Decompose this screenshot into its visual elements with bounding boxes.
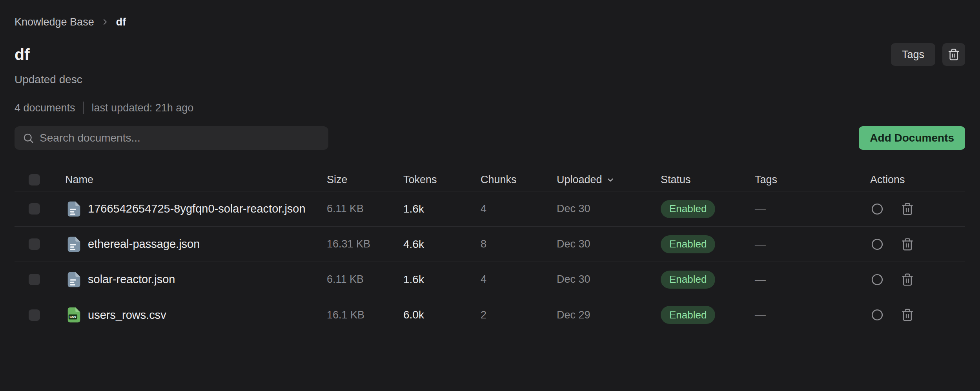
document-size: 16.31 KB xyxy=(327,238,403,250)
document-uploaded: Dec 30 xyxy=(557,238,661,250)
document-uploaded: Dec 29 xyxy=(557,309,661,321)
document-tokens: 1.6k xyxy=(403,203,481,215)
tags-button[interactable]: Tags xyxy=(891,43,935,66)
document-tokens: 4.6k xyxy=(403,238,481,251)
document-tags: — xyxy=(755,309,870,321)
delete-knowledge-base-button[interactable] xyxy=(942,43,965,66)
column-header-size: Size xyxy=(327,174,403,186)
csv-file-icon: csv xyxy=(65,306,83,324)
table-row: csv ethereal-passage.json 16.31 KB 4.6k … xyxy=(15,227,965,262)
table-body: csv 1766542654725-8ygfqn0-solar-reactor.… xyxy=(15,191,965,333)
table-header: Name Size Tokens Chunks Uploaded Status … xyxy=(15,169,965,191)
json-file-icon xyxy=(65,200,83,218)
row-checkbox[interactable] xyxy=(29,309,40,321)
status-badge[interactable]: Enabled xyxy=(661,200,715,218)
title-actions: Tags xyxy=(891,43,965,66)
document-size: 6.11 KB xyxy=(327,203,403,215)
toggle-status-circle-icon[interactable] xyxy=(870,202,884,216)
breadcrumb-knowledge-base-link[interactable]: Knowledge Base xyxy=(15,16,94,28)
header-checkbox-cell xyxy=(15,174,65,185)
document-chunks: 4 xyxy=(481,273,557,286)
toggle-status-circle-icon[interactable] xyxy=(870,308,884,322)
status-badge[interactable]: Enabled xyxy=(661,271,715,289)
column-header-actions: Actions xyxy=(870,174,965,186)
column-header-tokens: Tokens xyxy=(403,174,481,186)
table-row: csv users_rows.csv 16.1 KB 6.0k 2 Dec 29… xyxy=(15,297,965,333)
search-box[interactable] xyxy=(15,126,328,150)
document-name[interactable]: ethereal-passage.json xyxy=(88,238,200,251)
document-tags: — xyxy=(755,238,870,251)
search-input[interactable] xyxy=(40,132,321,144)
stats-row: 4 documents last updated: 21h ago xyxy=(15,101,965,115)
search-icon xyxy=(22,132,34,144)
page-description: Updated desc xyxy=(15,73,965,86)
column-header-status: Status xyxy=(661,174,755,186)
last-updated: last updated: 21h ago xyxy=(92,101,194,115)
toggle-status-circle-icon[interactable] xyxy=(870,273,884,287)
title-row: df Tags xyxy=(15,43,965,66)
status-badge[interactable]: Enabled xyxy=(661,306,715,324)
chevron-down-icon xyxy=(606,176,615,184)
row-checkbox[interactable] xyxy=(29,274,40,285)
document-uploaded: Dec 30 xyxy=(557,203,661,215)
json-file-icon xyxy=(65,235,83,253)
documents-table: Name Size Tokens Chunks Uploaded Status … xyxy=(15,169,965,333)
table-row: csv solar-reactor.json 6.11 KB 1.6k 4 De… xyxy=(15,262,965,297)
trash-icon xyxy=(947,48,960,61)
svg-text:csv: csv xyxy=(69,315,77,319)
column-header-uploaded[interactable]: Uploaded xyxy=(557,174,661,186)
document-chunks: 8 xyxy=(481,238,557,250)
add-documents-button[interactable]: Add Documents xyxy=(859,126,965,150)
document-count: 4 documents xyxy=(15,101,75,115)
document-tags: — xyxy=(755,273,870,286)
toolbar: Add Documents xyxy=(15,126,965,150)
row-checkbox[interactable] xyxy=(29,238,40,250)
document-name[interactable]: 1766542654725-8ygfqn0-solar-reactor.json xyxy=(88,202,306,215)
row-checkbox[interactable] xyxy=(29,203,40,215)
chevron-right-icon xyxy=(100,17,110,27)
delete-document-trash-icon[interactable] xyxy=(901,308,914,322)
breadcrumb-current: df xyxy=(116,16,126,28)
json-file-icon xyxy=(65,271,83,289)
document-size: 16.1 KB xyxy=(327,309,403,321)
delete-document-trash-icon[interactable] xyxy=(901,238,914,251)
document-tags: — xyxy=(755,203,870,215)
table-row: csv 1766542654725-8ygfqn0-solar-reactor.… xyxy=(15,191,965,227)
column-header-tags: Tags xyxy=(755,174,870,186)
document-tokens: 6.0k xyxy=(403,309,481,321)
column-header-chunks: Chunks xyxy=(481,174,557,186)
document-size: 6.11 KB xyxy=(327,273,403,286)
toggle-status-circle-icon[interactable] xyxy=(870,237,884,251)
delete-document-trash-icon[interactable] xyxy=(901,273,914,286)
stats-divider xyxy=(83,102,84,114)
page-title: df xyxy=(15,45,30,64)
document-name[interactable]: users_rows.csv xyxy=(88,309,166,322)
delete-document-trash-icon[interactable] xyxy=(901,202,914,216)
document-chunks: 2 xyxy=(481,309,557,321)
document-uploaded: Dec 30 xyxy=(557,273,661,286)
uploaded-label: Uploaded xyxy=(557,174,602,186)
knowledge-base-detail-page: Knowledge Base df df Tags Updated desc 4… xyxy=(0,0,980,333)
select-all-checkbox[interactable] xyxy=(29,174,40,185)
breadcrumb: Knowledge Base df xyxy=(15,16,965,28)
status-badge[interactable]: Enabled xyxy=(661,235,715,253)
document-tokens: 1.6k xyxy=(403,273,481,286)
document-name[interactable]: solar-reactor.json xyxy=(88,273,175,286)
column-header-name: Name xyxy=(65,174,327,186)
document-chunks: 4 xyxy=(481,203,557,215)
